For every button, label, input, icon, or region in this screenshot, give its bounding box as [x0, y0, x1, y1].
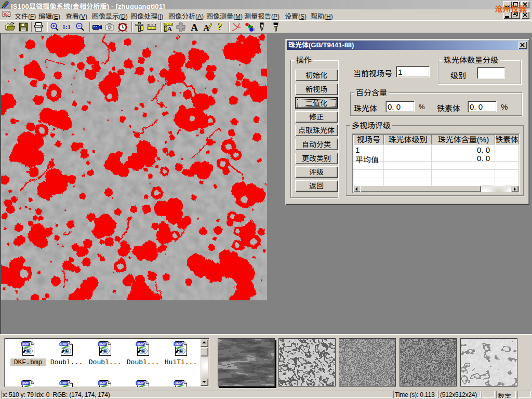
- svg-text:BMP: BMP: [137, 381, 144, 385]
- svg-text:1:1: 1:1: [62, 23, 71, 31]
- svg-text:BMP: BMP: [99, 342, 107, 346]
- svg-text:BMP: BMP: [175, 342, 182, 346]
- svg-text:BMP: BMP: [22, 381, 30, 385]
- svg-text:A: A: [191, 22, 198, 32]
- svg-text:?: ?: [217, 22, 222, 32]
- svg-text:BMP: BMP: [60, 381, 68, 385]
- svg-text:BMP: BMP: [175, 381, 182, 385]
- svg-text:1: 1: [249, 23, 251, 27]
- svg-text:3: 3: [253, 28, 255, 32]
- svg-text:BMP: BMP: [22, 342, 30, 346]
- svg-text:BMP: BMP: [137, 342, 144, 346]
- svg-text:BMP: BMP: [99, 381, 107, 385]
- svg-text:DOC: DOC: [3, 12, 10, 16]
- svg-text:A: A: [167, 25, 172, 32]
- svg-text:BMP: BMP: [60, 342, 68, 346]
